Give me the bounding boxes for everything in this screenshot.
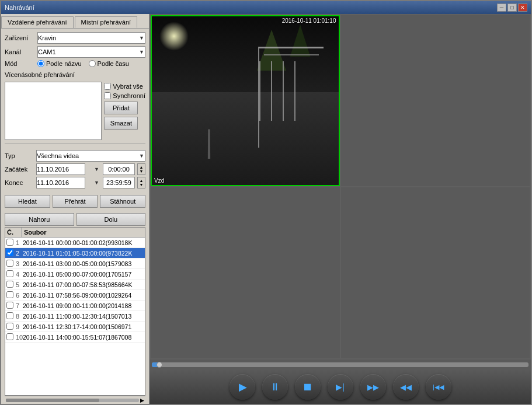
end-label: Konec bbox=[5, 179, 34, 186]
table-row[interactable]: 62016-10-11 07:58:56-09:00:00(1029264 bbox=[5, 290, 145, 301]
up-button[interactable]: Nahoru bbox=[5, 213, 74, 226]
select-all-check[interactable]: Vybrat vše bbox=[104, 83, 145, 90]
ctrl-rewind-button[interactable]: ◀◀ bbox=[393, 374, 419, 400]
file-checkbox-cell[interactable] bbox=[5, 291, 15, 299]
file-checkbox-cell[interactable] bbox=[5, 323, 15, 331]
file-checkbox[interactable] bbox=[6, 312, 13, 319]
mod-row: Mód Podle názvu Podle času bbox=[5, 60, 145, 67]
file-checkbox-cell[interactable] bbox=[5, 260, 15, 268]
file-checkbox[interactable] bbox=[6, 239, 13, 246]
table-row[interactable]: 12016-10-11 00:00:00-01:00:02(993018K bbox=[5, 238, 145, 248]
file-number: 10 bbox=[15, 334, 22, 341]
search-button[interactable]: Hledat bbox=[5, 195, 50, 208]
divider1 bbox=[5, 144, 145, 144]
file-checkbox[interactable] bbox=[6, 323, 13, 330]
mod-option1[interactable]: Podle názvu bbox=[37, 60, 82, 67]
file-checkbox[interactable] bbox=[6, 333, 13, 340]
seekbar-area[interactable] bbox=[149, 359, 531, 370]
ctrl-fast-forward-button[interactable]: ▶▶ bbox=[360, 374, 386, 400]
tab-remote[interactable]: Vzdálené přehrávání bbox=[1, 16, 74, 28]
left-panel: Vzdálené přehrávání Místní přehrávání Za… bbox=[1, 14, 149, 404]
video-grid: 2016-10-11 01:01:10 Vzd bbox=[149, 14, 531, 359]
step-forward-icon: ▶| bbox=[336, 382, 345, 392]
file-checkbox[interactable] bbox=[6, 291, 13, 298]
type-select[interactable]: Všechna videa bbox=[36, 150, 145, 162]
table-row[interactable]: 82016-10-11 11:00:00-12:30:14(1507013 bbox=[5, 311, 145, 322]
synchronize-checkbox[interactable] bbox=[104, 92, 111, 99]
end-time-input[interactable] bbox=[103, 177, 135, 188]
end-date-select[interactable]: 11.10.2016 bbox=[36, 177, 85, 188]
file-checkbox-cell[interactable] bbox=[5, 281, 15, 289]
type-label: Typ bbox=[5, 152, 34, 159]
table-row[interactable]: 42016-10-11 05:00:00-07:00:00(1705157 bbox=[5, 269, 145, 280]
multiplay-title: Vícenásobné přehrávání bbox=[5, 69, 145, 79]
ctrl-play-button[interactable]: ▶ bbox=[230, 374, 255, 400]
scroll-right-arrow[interactable]: ▶ bbox=[140, 397, 144, 403]
select-all-checkbox[interactable] bbox=[104, 83, 111, 90]
file-name: 2016-10-11 09:00:00-11:00:00(2014188 bbox=[22, 302, 145, 309]
video-cell-2[interactable] bbox=[341, 15, 530, 186]
synchronize-check[interactable]: Synchronní bbox=[104, 92, 145, 99]
mod-radio-group: Podle názvu Podle času bbox=[37, 60, 129, 67]
channel-label: Kanál bbox=[5, 48, 35, 55]
start-time-spin[interactable]: ▲ ▼ bbox=[137, 163, 145, 175]
file-number: 4 bbox=[15, 271, 22, 278]
file-checkbox[interactable] bbox=[6, 260, 13, 267]
download-button[interactable]: Stáhnout bbox=[100, 195, 145, 208]
fast-rewind-icon: |◀◀ bbox=[433, 383, 444, 391]
tab-local[interactable]: Místní přehrávání bbox=[75, 16, 138, 28]
mod-option2[interactable]: Podle času bbox=[89, 60, 129, 67]
end-time-spin[interactable]: ▲ ▼ bbox=[137, 177, 145, 188]
table-row[interactable]: 52016-10-11 07:00:00-07:58:53(985664K bbox=[5, 280, 145, 290]
seekbar-thumb[interactable] bbox=[157, 362, 162, 368]
ctrl-stop-button[interactable]: ⏹ bbox=[295, 374, 321, 400]
file-list-body[interactable]: 12016-10-11 00:00:00-01:00:02(993018K220… bbox=[5, 238, 145, 395]
file-name: 2016-10-11 14:00:00-15:51:07(1867008 bbox=[22, 334, 145, 341]
start-date-select[interactable]: 11.10.2016 bbox=[36, 163, 85, 175]
start-row: Začátek 11.10.2016 ▼ ▲ ▼ bbox=[5, 163, 145, 175]
file-checkbox-cell[interactable] bbox=[5, 249, 15, 257]
table-row[interactable]: 102016-10-11 14:00:00-15:51:07(1867008 bbox=[5, 332, 145, 343]
close-button[interactable]: ✕ bbox=[518, 4, 527, 12]
table-row[interactable]: 72016-10-11 09:00:00-11:00:00(2014188 bbox=[5, 301, 145, 311]
add-button[interactable]: Přidat bbox=[104, 102, 138, 114]
file-checkbox[interactable] bbox=[6, 249, 13, 256]
table-row[interactable]: 92016-10-11 12:30:17-14:00:00(1506971 bbox=[5, 322, 145, 332]
ctrl-fast-rewind-button[interactable]: |◀◀ bbox=[426, 374, 451, 400]
file-number: 6 bbox=[15, 292, 22, 299]
ctrl-step-forward-button[interactable]: ▶| bbox=[328, 374, 353, 400]
horizontal-scrollbar[interactable]: ▶ bbox=[5, 396, 145, 404]
start-date-wrapper: 11.10.2016 ▼ bbox=[36, 163, 100, 175]
down-button[interactable]: Dolu bbox=[77, 213, 146, 226]
file-checkbox-cell[interactable] bbox=[5, 333, 15, 341]
mod-radio2[interactable] bbox=[89, 60, 96, 67]
seekbar[interactable] bbox=[152, 362, 528, 367]
minimize-button[interactable]: ─ bbox=[497, 4, 506, 12]
video-cell-1[interactable]: 2016-10-11 01:01:10 Vzd bbox=[151, 15, 340, 186]
file-checkbox-cell[interactable] bbox=[5, 302, 15, 310]
file-number: 3 bbox=[15, 260, 22, 267]
delete-button[interactable]: Smazat bbox=[104, 117, 138, 130]
table-row[interactable]: 22016-10-11 01:01:05-03:00:00(973822K bbox=[5, 248, 145, 259]
video-cell-3[interactable] bbox=[151, 187, 340, 358]
mod-radio1[interactable] bbox=[37, 60, 44, 67]
end-date-wrapper: 11.10.2016 ▼ bbox=[36, 177, 100, 188]
type-select-wrapper: Všechna videa ▼ bbox=[36, 150, 145, 162]
file-checkbox-cell[interactable] bbox=[5, 239, 15, 247]
file-checkbox[interactable] bbox=[6, 281, 13, 288]
multiplay-list[interactable] bbox=[5, 82, 102, 140]
file-checkbox[interactable] bbox=[6, 270, 13, 277]
start-time-input[interactable] bbox=[103, 163, 135, 175]
video-cell-4[interactable] bbox=[341, 187, 530, 358]
table-row[interactable]: 32016-10-11 03:00:00-05:00:00(1579083 bbox=[5, 259, 145, 269]
maximize-button[interactable]: □ bbox=[507, 4, 517, 12]
file-checkbox-cell[interactable] bbox=[5, 312, 15, 320]
ctrl-pause-button[interactable]: ⏸ bbox=[262, 374, 288, 400]
channel-select[interactable]: CAM1 bbox=[37, 46, 145, 58]
file-checkbox-cell[interactable] bbox=[5, 270, 15, 278]
end-row: Konec 11.10.2016 ▼ ▲ ▼ bbox=[5, 177, 145, 188]
file-checkbox[interactable] bbox=[6, 302, 13, 309]
col-name-header: Soubor bbox=[22, 228, 145, 237]
device-select[interactable]: Kravin bbox=[37, 32, 145, 44]
play-button[interactable]: Přehrát bbox=[53, 195, 98, 208]
